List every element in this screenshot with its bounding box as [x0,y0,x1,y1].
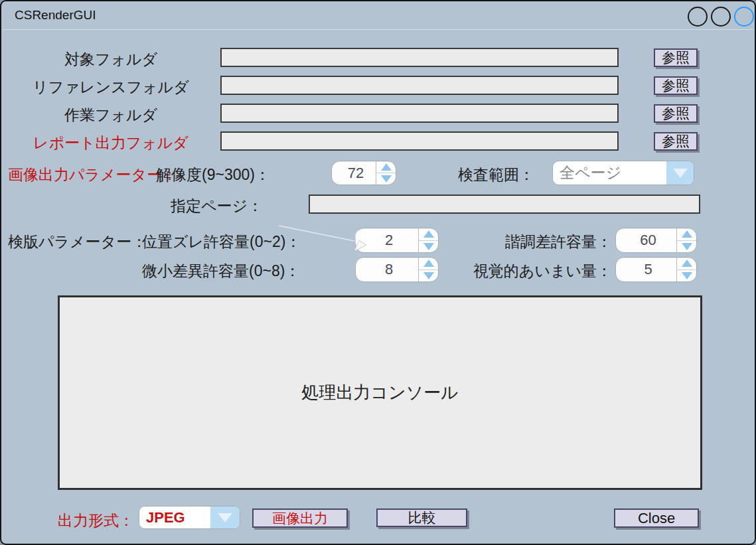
visual-spin-down-button[interactable] [677,270,696,282]
visual-ambiguity-spinner[interactable]: 5 [615,257,697,282]
report-output-folder-input[interactable] [220,131,619,151]
window-control-circle-2[interactable] [711,7,731,27]
inspection-range-value: 全ページ [553,161,666,185]
tone-spin-down-button[interactable] [677,241,696,253]
work-folder-label: 作業フォルダ [11,105,210,125]
visual-ambiguity-label: 視覚的あいまい量： [413,261,612,281]
compare-button[interactable]: 比較 [376,508,467,527]
window-control-circle-3[interactable] [734,7,754,27]
visual-ambiguity-value[interactable]: 5 [616,258,676,281]
resolution-spinner-arrows [376,161,396,185]
resolution-value[interactable]: 72 [332,161,376,185]
inspection-range-label: 検査範囲： [458,165,534,185]
app-window: CSRenderGUI 対象フォルダ 参照 リファレンスフォルダ 参照 作業フォ… [0,0,756,545]
tone-tolerance-value[interactable]: 60 [616,228,676,252]
inspection-range-dropdown-button[interactable] [666,161,694,185]
report-output-folder-label: レポート出力フォルダ [11,133,210,153]
specified-page-label: 指定ページ： [171,196,263,216]
reference-folder-input[interactable] [220,76,619,95]
work-folder-browse-button[interactable]: 参照 [654,104,698,123]
reference-folder-label: リファレンスフォルダ [11,77,210,98]
output-format-dropdown-button[interactable] [210,506,240,528]
titlebar-separator [3,29,753,30]
plate-params-section-label: 検版パラメーター： [8,232,147,252]
output-format-dropdown[interactable]: JPEG [139,506,240,529]
arrow-down-icon [682,272,692,279]
output-format-value: JPEG [139,506,210,528]
report-output-folder-browse-button[interactable]: 参照 [654,132,698,151]
arrow-down-icon [381,175,392,183]
window-control-circle-1[interactable] [688,7,708,27]
chevron-down-icon [673,169,688,178]
tone-tolerance-label: 諧調差許容量： [413,232,612,252]
work-folder-input[interactable] [220,104,619,123]
resolution-spinner[interactable]: 72 [331,161,396,185]
target-folder-browse-button[interactable]: 参照 [654,48,698,67]
arrow-up-icon [381,163,392,171]
console-placeholder-text: 処理出力コンソール [301,381,458,404]
arrow-up-icon [682,230,692,238]
position-tolerance-value[interactable]: 2 [356,228,418,252]
reference-folder-browse-button[interactable]: 参照 [654,76,698,95]
tone-tolerance-spinner[interactable]: 60 [615,228,697,253]
resolution-spin-up-button[interactable] [376,161,396,173]
resolution-label: 解像度(9~300)： [156,165,270,185]
window-title: CSRenderGUI [15,8,96,23]
visual-spin-up-button[interactable] [677,258,696,270]
visual-spinner-arrows [676,258,696,281]
position-tolerance-label: 位置ズレ許容量(0~2)： [142,232,301,252]
micro-difference-value[interactable]: 8 [356,258,418,281]
specified-page-input[interactable] [309,195,700,214]
tone-spinner-arrows [676,228,696,252]
target-folder-label: 対象フォルダ [11,49,210,70]
image-output-button[interactable]: 画像出力 [252,508,348,528]
resolution-spin-down-button[interactable] [376,173,396,185]
tone-spin-up-button[interactable] [677,228,696,241]
inspection-range-dropdown[interactable]: 全ページ [552,161,694,185]
arrow-down-icon [682,243,692,250]
image-params-section-label: 画像出力パラメーター： [8,165,177,185]
arrow-up-icon [682,260,692,267]
target-folder-input[interactable] [220,48,619,67]
output-format-label: 出力形式： [58,510,134,531]
close-button[interactable]: Close [614,508,699,528]
chevron-down-icon [218,513,232,522]
micro-difference-tolerance-label: 微小差異許容量(0~8)： [142,261,300,281]
processing-output-console: 処理出力コンソール [58,295,702,490]
